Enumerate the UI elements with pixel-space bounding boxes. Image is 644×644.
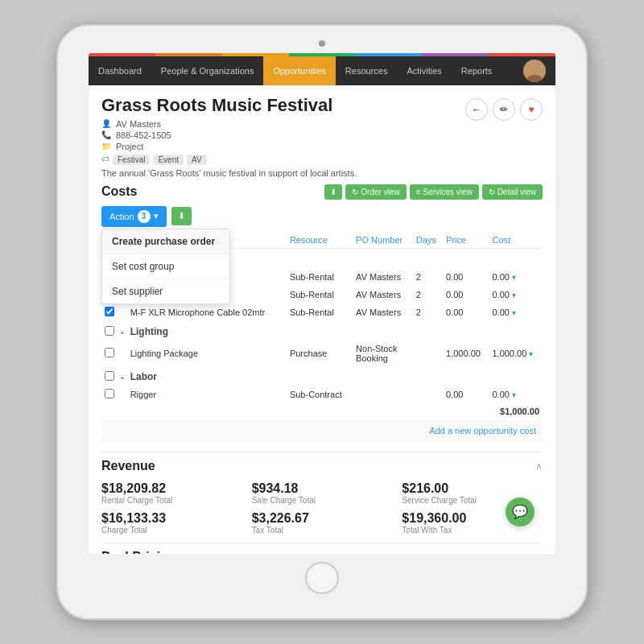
row-lighting-name: Lighting Package (127, 341, 287, 366)
add-cost-link[interactable]: Add a new opportunity cost (105, 423, 539, 439)
revenue-label-3: Charge Total (101, 526, 242, 535)
detail-view-icon: ↻ (489, 188, 495, 196)
row-lighting-checkbox[interactable] (105, 348, 114, 357)
row-rigger-type: Sub-Contract (287, 386, 353, 403)
page-title: Grass Roots Music Festival (101, 95, 357, 116)
dropdown-set-supplier[interactable]: Set supplier (102, 279, 229, 303)
ipad-camera (319, 40, 325, 47)
row-n835-cost: 0.00 ▾ (489, 268, 543, 286)
company-name: AV Masters (116, 119, 161, 129)
row-d8-cost: 0.00 ▾ (489, 286, 543, 303)
deal-pricing-title: Deal Pricing (101, 550, 175, 554)
revenue-label-1: Sale Charge Total (252, 496, 393, 505)
services-view-icon: ≡ (416, 188, 421, 196)
th-resource: Resource (287, 232, 353, 249)
nav-item-resources[interactable]: Resources (336, 56, 398, 85)
tags: 🏷 Festival Event AV (101, 155, 357, 165)
group-labor-label: Labor (127, 366, 543, 386)
svg-point-1 (526, 75, 543, 82)
row-xlr-cost: 0.00 ▾ (489, 303, 543, 321)
project-type: Project (116, 142, 143, 151)
action-download-btn[interactable]: ⬇ (171, 207, 192, 225)
services-view-label: Services view (423, 188, 473, 196)
dropdown-set-cost-group[interactable]: Set cost group (102, 254, 229, 279)
deal-pricing-expand-icon[interactable]: ∧ (535, 551, 543, 554)
ipad-home-button[interactable] (305, 562, 339, 594)
row-lighting-chevron[interactable]: ▾ (529, 349, 533, 358)
edit-button[interactable]: ✏ (493, 98, 515, 121)
row-d8-price: 0.00 (443, 286, 489, 303)
svg-point-0 (530, 64, 539, 73)
row-xlr-price: 0.00 (443, 303, 489, 321)
ipad-frame: Dashboard People & Organizations Opportu… (56, 24, 588, 620)
total-value: $1,000.00 (101, 403, 543, 419)
download-button[interactable]: ⬇ (324, 184, 342, 200)
row-rigger-cost: 0.00 ▾ (489, 386, 543, 403)
dropdown-menu: Create purchase order Set cost group Set… (101, 229, 230, 304)
description: The annual 'Grass Roots' music festival … (101, 168, 357, 178)
revenue-label-5: Total With Tax (402, 526, 543, 535)
row-xlr-chevron[interactable]: ▾ (512, 308, 516, 317)
revenue-item-5: $19,360.00 Total With Tax 💬 (402, 511, 543, 535)
th-days: Days (413, 232, 443, 249)
order-view-label: Order view (361, 188, 399, 196)
favorite-button[interactable]: ♥ (520, 98, 543, 121)
row-n835-chevron[interactable]: ▾ (512, 273, 516, 282)
row-n835-price: 0.00 (443, 268, 489, 286)
nav-item-reports[interactable]: Reports (452, 56, 502, 85)
row-xlr-checkbox[interactable] (105, 307, 114, 316)
table-row-rigger: Rigger Sub-Contract 0.00 0.00 ▾ (101, 386, 543, 403)
dropdown-create-po[interactable]: Create purchase order (102, 229, 229, 254)
row-d8-type: Sub-Rental (287, 286, 353, 303)
nav-item-people[interactable]: People & Organizations (151, 56, 264, 85)
total-row: $1,000.00 (101, 403, 543, 419)
tag-event: Event (153, 155, 184, 165)
nav-item-opportunities[interactable]: Opportunities (263, 56, 335, 85)
type-row: 📁 Project (101, 142, 357, 151)
back-button[interactable]: ← (465, 98, 488, 121)
row-rigger-chevron[interactable]: ▾ (512, 390, 516, 399)
row-lighting-type: Purchase (287, 341, 353, 366)
revenue-amount-4: $3,226.67 (252, 511, 393, 526)
costs-title: Costs (101, 184, 137, 199)
order-view-button[interactable]: ↻ Order view (345, 184, 406, 200)
group-lighting: - Lighting (101, 321, 543, 341)
revenue-amount-2: $216.00 (402, 481, 543, 496)
table-row-xlr: M-F XLR Microphone Cable 02mtr Sub-Renta… (101, 303, 543, 321)
row-lighting-days (413, 341, 443, 366)
main-content: Grass Roots Music Festival 👤 AV Masters … (89, 85, 555, 554)
th-price: Price (443, 232, 489, 249)
nav-items: Dashboard People & Organizations Opportu… (89, 56, 517, 85)
view-buttons: ⬇ ↻ Order view ≡ Services view ↻ Detail … (324, 184, 543, 200)
nav-item-activities[interactable]: Activities (397, 56, 451, 85)
row-rigger-checkbox[interactable] (105, 389, 114, 398)
order-view-icon: ↻ (352, 188, 358, 196)
revenue-item-4: $3,226.67 Tax Total (252, 511, 393, 535)
row-n835-days: 2 (413, 268, 443, 286)
services-view-button[interactable]: ≡ Services view (410, 184, 479, 200)
detail-view-label: Detail view (497, 188, 536, 196)
phone-row: 📞 888-452-1505 (101, 130, 357, 140)
row-n835-resource: AV Masters (353, 268, 413, 286)
group-lighting-checkbox[interactable] (105, 326, 114, 336)
chat-button[interactable]: 💬 (506, 497, 535, 526)
ipad-screen: Dashboard People & Organizations Opportu… (89, 53, 555, 554)
action-badge: 3 (138, 210, 151, 223)
costs-section-header: Costs ⬇ ↻ Order view ≡ Services view ↻ D… (101, 184, 543, 200)
nav-item-dashboard[interactable]: Dashboard (89, 56, 151, 85)
revenue-item-1: $934.18 Sale Charge Total (252, 481, 393, 505)
action-button[interactable]: Action 3 ▾ (101, 206, 167, 227)
group-lighting-dash: - (118, 321, 127, 341)
revenue-header: Revenue ∧ (101, 459, 543, 473)
action-label: Action (109, 212, 134, 221)
group-labor-checkbox[interactable] (105, 371, 114, 381)
row-d8-resource: AV Masters (353, 286, 413, 303)
detail-view-button[interactable]: ↻ Detail view (482, 184, 543, 200)
revenue-grid: $18,209.82 Rental Charge Total $934.18 S… (101, 481, 543, 535)
row-rigger-price: 0.00 (443, 386, 489, 403)
row-lighting-resource: Non-StockBooking (353, 341, 413, 366)
revenue-expand-icon[interactable]: ∧ (535, 460, 543, 472)
revenue-item-0: $18,209.82 Rental Charge Total (101, 481, 242, 505)
row-d8-chevron[interactable]: ▾ (512, 291, 516, 299)
revenue-label-0: Rental Charge Total (101, 496, 242, 505)
